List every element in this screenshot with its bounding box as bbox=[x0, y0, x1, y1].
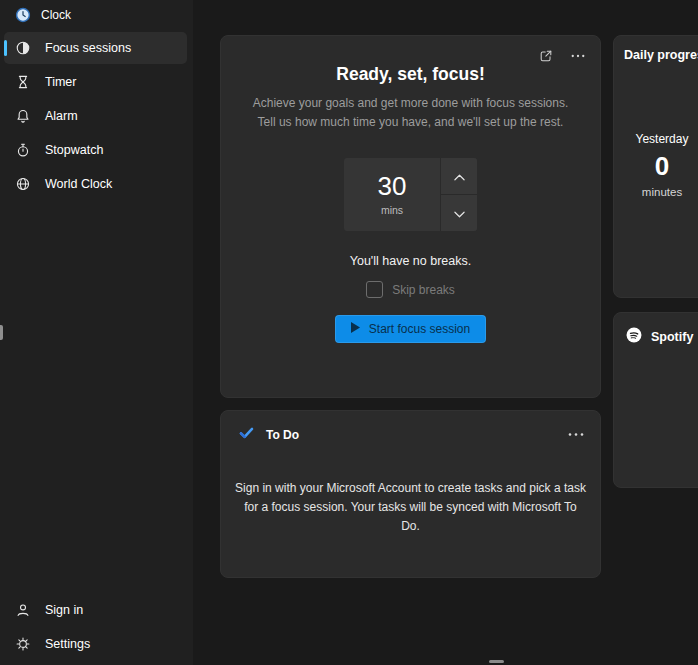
play-icon bbox=[351, 322, 360, 336]
todo-card-title: To Do bbox=[266, 428, 299, 442]
daily-progress-title: Daily progress bbox=[614, 36, 698, 62]
spotify-card-title: Spotify bbox=[651, 330, 693, 344]
todo-check-icon bbox=[238, 424, 255, 445]
sidebar-item-label: World Clock bbox=[45, 177, 112, 191]
sidebar-item-label: Settings bbox=[45, 637, 90, 651]
gear-icon bbox=[15, 636, 31, 652]
spotify-logo-icon bbox=[625, 326, 643, 348]
skip-breaks-checkbox[interactable] bbox=[366, 281, 383, 298]
minutes-stepper: 30 mins bbox=[344, 158, 477, 231]
sidebar-item-label: Stopwatch bbox=[45, 143, 103, 157]
focus-card-subtitle: Achieve your goals and get more done wit… bbox=[243, 94, 579, 132]
stopwatch-icon bbox=[15, 142, 31, 158]
sidebar-item-sign-in[interactable]: Sign in bbox=[4, 594, 187, 626]
more-options-icon[interactable] bbox=[570, 48, 586, 64]
sidebar-footer: Sign in Settings bbox=[0, 592, 193, 662]
sidebar-item-timer[interactable]: Timer bbox=[4, 66, 187, 98]
focus-sessions-icon bbox=[15, 40, 31, 56]
focus-session-card: Ready, set, focus! Achieve your goals an… bbox=[220, 35, 601, 398]
start-button-label: Start focus session bbox=[369, 322, 470, 336]
sidebar: Clock Focus sessions Timer Alarm bbox=[0, 0, 193, 665]
clock-app-icon bbox=[15, 7, 31, 23]
minutes-value: 30 bbox=[378, 173, 407, 199]
stepper-buttons bbox=[440, 158, 477, 231]
sidebar-item-stopwatch[interactable]: Stopwatch bbox=[4, 134, 187, 166]
spotify-card-header: Spotify bbox=[614, 313, 698, 348]
person-icon bbox=[15, 602, 31, 618]
increase-minutes-button[interactable] bbox=[441, 158, 477, 195]
minutes-unit-label: mins bbox=[381, 204, 403, 216]
sidebar-item-focus-sessions[interactable]: Focus sessions bbox=[4, 32, 187, 64]
daily-progress-card: Daily progress Yesterday 0 minutes bbox=[613, 35, 698, 298]
sidebar-item-world-clock[interactable]: World Clock bbox=[4, 168, 187, 200]
yesterday-minutes-value: 0 bbox=[614, 153, 698, 179]
titlebar: Clock bbox=[0, 0, 193, 30]
bell-icon bbox=[15, 108, 31, 124]
globe-icon bbox=[15, 176, 31, 192]
sidebar-item-alarm[interactable]: Alarm bbox=[4, 100, 187, 132]
app-title: Clock bbox=[41, 8, 71, 22]
clock-app-window: Clock Focus sessions Timer Alarm bbox=[0, 0, 698, 665]
todo-card-header: To Do bbox=[221, 411, 600, 445]
todo-card-body: Sign in with your Microsoft Account to c… bbox=[235, 479, 587, 537]
popout-window-icon[interactable] bbox=[538, 48, 554, 64]
sidebar-item-label: Focus sessions bbox=[45, 41, 131, 55]
start-focus-session-button[interactable]: Start focus session bbox=[335, 315, 486, 343]
sidebar-item-label: Alarm bbox=[45, 109, 78, 123]
todo-more-options-icon[interactable] bbox=[568, 427, 584, 443]
sidebar-nav: Focus sessions Timer Alarm Stopwatch bbox=[0, 30, 193, 202]
focus-card-actions bbox=[538, 48, 586, 64]
decrease-minutes-button[interactable] bbox=[441, 195, 477, 231]
spotify-card: Spotify bbox=[613, 312, 698, 488]
start-button-row: Start focus session bbox=[221, 315, 600, 343]
yesterday-label: Yesterday bbox=[614, 132, 698, 146]
yesterday-minutes-unit: minutes bbox=[614, 186, 698, 198]
hourglass-icon bbox=[15, 74, 31, 90]
chevron-down-icon bbox=[454, 204, 465, 222]
minutes-value-area[interactable]: 30 mins bbox=[344, 158, 440, 231]
sidebar-item-label: Sign in bbox=[45, 603, 83, 617]
skip-breaks-row: Skip breaks bbox=[221, 281, 600, 298]
window-edge-grip[interactable] bbox=[0, 325, 3, 340]
focus-card-title: Ready, set, focus! bbox=[221, 64, 600, 85]
skip-breaks-label: Skip breaks bbox=[392, 283, 455, 297]
todo-card: To Do Sign in with your Microsoft Accoun… bbox=[220, 410, 601, 578]
breaks-summary-text: You'll have no breaks. bbox=[221, 254, 600, 268]
horizontal-scrollbar-thumb[interactable] bbox=[489, 660, 504, 663]
sidebar-item-settings[interactable]: Settings bbox=[4, 628, 187, 660]
sidebar-item-label: Timer bbox=[45, 75, 76, 89]
yesterday-progress-block: Yesterday 0 minutes bbox=[614, 132, 698, 198]
chevron-up-icon bbox=[454, 167, 465, 185]
